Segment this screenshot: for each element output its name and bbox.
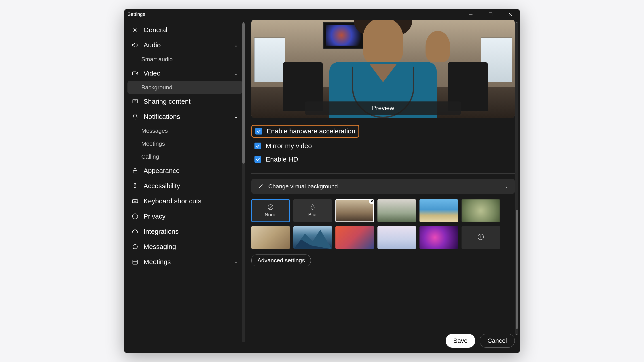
sidebar-item-appearance[interactable]: Appearance [128,163,242,178]
settings-window: Settings General Audio ⌄ Smart audio Vid… [124,9,520,353]
close-button[interactable] [506,10,515,19]
keyboard-icon [132,198,138,204]
main-scrollbar-thumb[interactable] [516,210,518,329]
window-title: Settings [128,11,145,17]
window-body: General Audio ⌄ Smart audio Video ⌄ Back… [124,20,520,353]
sidebar-item-label: Meetings [141,140,238,147]
scroll-up-arrow[interactable]: ⌃ [515,21,518,24]
sidebar-item-accessibility[interactable]: Accessibility [128,178,242,194]
option-label: Mirror my video [266,142,312,150]
sidebar-item-calling[interactable]: Calling [128,150,242,163]
checkbox[interactable] [254,156,261,163]
sidebar-scrollbar[interactable]: ⌃ ⌄ [242,22,245,342]
chevron-down-icon: ⌄ [234,259,238,265]
sidebar-item-label: Keyboard shortcuts [144,197,238,205]
chevron-down-icon: ⌄ [504,183,508,189]
option-label: Enable hardware acceleration [266,127,355,135]
option-label: Enable HD [266,156,298,163]
sidebar-item-notifications[interactable]: Notifications ⌄ [128,109,242,124]
sidebar-item-label: Audio [144,41,229,49]
sidebar-item-label: Messages [141,127,238,134]
gear-icon [132,27,138,33]
svg-rect-11 [133,260,138,264]
maximize-button[interactable] [486,10,495,19]
cloud-icon [132,228,138,235]
info-icon [132,213,138,219]
tile-label: None [265,212,276,218]
background-thumbnail [420,199,458,222]
chat-icon [132,244,138,250]
virtual-background-header[interactable]: Change virtual background ⌄ [251,179,515,194]
checkbox[interactable] [255,128,262,134]
background-tile-pastel[interactable] [378,226,416,249]
tile-label: Blur [308,212,317,218]
sidebar-item-keyboard-shortcuts[interactable]: Keyboard shortcuts [128,194,242,209]
background-thumbnail [462,199,500,222]
background-tile-add[interactable] [462,226,500,249]
option-hardware-acceleration[interactable]: Enable hardware acceleration [251,125,359,138]
accessibility-icon [132,183,138,189]
svg-rect-7 [133,170,137,173]
background-thumbnail [251,226,290,249]
sidebar-item-general[interactable]: General [128,22,242,37]
video-options: Enable hardware acceleration Mirror my v… [251,125,515,164]
divider [251,173,515,174]
sidebar-item-meetings-sub[interactable]: Meetings [128,137,242,150]
svg-point-4 [134,29,136,31]
main-panel: Preview Enable hardware acceleration Mir… [246,20,520,353]
save-button[interactable]: Save [446,334,475,348]
sidebar-item-audio[interactable]: Audio ⌄ [128,37,242,53]
background-thumbnail [336,226,374,249]
sidebar-item-smart-audio[interactable]: Smart audio [128,53,242,66]
background-tile-space[interactable] [420,226,458,249]
sidebar-item-label: Video [144,69,229,77]
background-tile-beach[interactable] [420,199,458,222]
background-tile-abstract-red[interactable] [336,226,374,249]
background-tile-blur[interactable]: Blur [294,199,332,222]
sidebar-item-label: Background [141,84,238,91]
background-tile-window-light[interactable] [251,226,290,249]
chevron-down-icon: ⌄ [234,71,238,76]
background-tile-office[interactable]: ✕ [336,199,374,222]
sidebar-item-meetings[interactable]: Meetings ⌄ [128,254,242,270]
sidebar-scrollbar-thumb[interactable] [242,23,245,164]
svg-line-13 [269,206,272,209]
option-enable-hd[interactable]: Enable HD [251,154,515,164]
sidebar-item-privacy[interactable]: Privacy [128,209,242,224]
option-mirror-video[interactable]: Mirror my video [251,141,515,151]
plus-icon [478,234,484,240]
sidebar-item-label: Calling [141,153,238,160]
main-scrollbar[interactable]: ⌃ ⌄ [515,22,518,335]
cancel-button[interactable]: Cancel [480,334,515,348]
advanced-settings-button[interactable]: Advanced settings [251,255,311,266]
checkbox[interactable] [254,143,261,149]
background-tile-mountains[interactable] [294,226,332,249]
sidebar-item-label: Sharing content [144,98,238,105]
wand-icon [258,183,264,189]
sidebar-item-background[interactable]: Background [128,81,242,94]
background-tile-living-room[interactable] [378,199,416,222]
minimize-button[interactable] [466,10,476,19]
scroll-down-arrow[interactable]: ⌄ [242,340,245,343]
background-thumbnail [336,200,373,221]
sidebar-item-messages[interactable]: Messages [128,124,242,137]
preview-button[interactable]: Preview [305,101,461,115]
svg-rect-5 [132,72,136,75]
background-thumbnail [378,199,416,222]
sidebar-item-label: Integrations [144,228,238,235]
sidebar-item-messaging[interactable]: Messaging [128,239,242,254]
sidebar-item-video[interactable]: Video ⌄ [128,66,242,81]
lock-icon [132,168,138,174]
window-controls [466,10,516,19]
background-tile-none[interactable]: None [251,199,290,222]
titlebar: Settings [124,9,520,20]
scroll-down-arrow[interactable]: ⌄ [515,333,518,336]
droplet-icon [309,204,316,211]
sidebar-item-label: General [144,26,238,34]
background-grid: None Blur ✕ [251,199,515,249]
sidebar-item-sharing-content[interactable]: Sharing content [128,94,242,109]
background-thumbnail [378,226,416,249]
background-tile-blur-green[interactable] [462,199,500,222]
background-thumbnail [420,226,458,249]
sidebar-item-integrations[interactable]: Integrations [128,224,242,239]
